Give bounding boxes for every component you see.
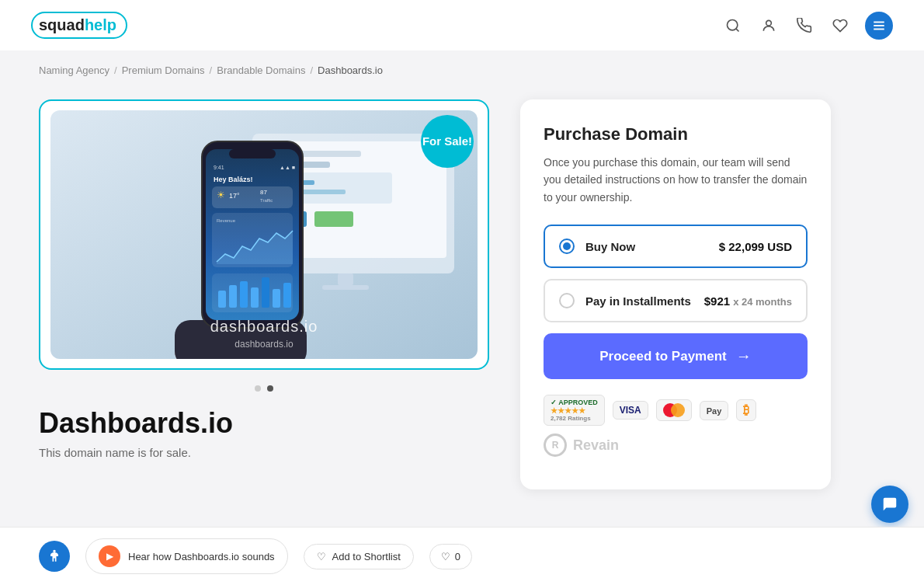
svg-rect-38 [251,287,259,308]
buy-now-option[interactable]: Buy Now $ 22,099 USD [544,225,808,268]
breadcrumb-current: Dashboards.io [318,64,383,76]
buy-now-price: $ 22,099 USD [719,240,792,253]
svg-rect-41 [283,283,291,308]
chat-button[interactable] [871,486,908,523]
mastercard-badge [656,399,692,421]
shortlist-button[interactable]: ♡ Add to Shortlist [304,544,414,569]
account-icon[interactable] [758,15,780,37]
domain-title: Dashboards.io [39,407,489,440]
audio-button[interactable]: ▶ Hear how Dashboards.io sounds [85,538,288,574]
shortlist-heart-icon: ♡ [317,551,326,562]
dot-1[interactable] [255,385,261,392]
svg-text:17°: 17° [229,192,240,200]
svg-point-0 [728,19,738,30]
svg-text:▲▲ ■: ▲▲ ■ [280,165,295,170]
svg-line-1 [736,28,739,31]
accessibility-button[interactable] [39,541,70,572]
svg-rect-22 [229,149,276,158]
visa-badge: VISA [613,401,648,420]
svg-rect-37 [240,281,248,308]
svg-text:Revenue: Revenue [217,218,236,223]
logo-help: help [85,16,116,34]
svg-point-2 [766,20,772,26]
applepay-badge: Pay [700,401,729,420]
for-sale-badge: For Sale! [421,115,474,168]
proceed-button-label: Proceed to Payment [599,349,726,364]
installments-price: $921x 24 months [704,294,792,308]
domain-subtitle: This domain name is for sale. [39,446,489,459]
likes-button[interactable]: ♡ 0 [429,544,472,569]
heart-icon[interactable] [829,15,851,37]
search-icon[interactable] [722,15,744,37]
header: squadhelp [0,0,924,50]
proceed-arrow-icon: → [736,347,752,365]
play-icon: ▶ [99,545,120,567]
svg-text:dashboards.io: dashboards.io [210,318,318,335]
installments-radio [559,293,575,308]
svg-rect-17 [322,285,369,290]
carousel-dots [39,385,489,392]
breadcrumb: Naming Agency / Premium Domains / Branda… [0,50,924,84]
buy-now-radio-inner [563,242,571,250]
audio-label: Hear how Dashboards.io sounds [128,551,275,562]
svg-rect-15 [314,211,353,227]
right-panel: Purchase Domain Once you purchase this d… [520,99,831,489]
logo[interactable]: squadhelp [31,12,127,39]
svg-text:dashboards.io: dashboards.io [234,339,294,350]
svg-text:☀: ☀ [217,190,225,200]
bottom-bar: ▶ Hear how Dashboards.io sounds ♡ Add to… [0,527,924,585]
domain-image-card: For Sale! [39,99,489,370]
left-panel: For Sale! [39,99,489,489]
buy-now-radio [559,239,575,254]
payment-icons: ✓ APPROVED ★★★★★ 2,782 Ratings VISA Pay [544,395,808,426]
revain-area: R Revain [544,434,808,465]
menu-icon[interactable] [865,12,893,40]
verified-badge: ✓ APPROVED ★★★★★ 2,782 Ratings [544,395,605,426]
proceed-to-payment-button[interactable]: Proceed to Payment → [544,333,808,379]
svg-text:Hey Balázs!: Hey Balázs! [214,176,253,183]
svg-rect-16 [338,273,353,285]
svg-rect-36 [229,285,237,308]
purchase-title: Purchase Domain [544,124,808,145]
purchase-description: Once you purchase this domain, our team … [544,154,808,206]
likes-count: 0 [455,551,460,562]
svg-rect-40 [273,289,280,308]
svg-text:9:41: 9:41 [214,165,224,170]
dot-2[interactable] [267,385,273,392]
breadcrumb-premium-domains[interactable]: Premium Domains [122,64,205,76]
installments-option[interactable]: Pay in Installments $921x 24 months [544,279,808,322]
logo-squad: squad [39,16,85,34]
svg-text:Traffic: Traffic [260,198,273,203]
buy-now-label: Buy Now [585,240,708,253]
purchase-card: Purchase Domain Once you purchase this d… [520,99,831,489]
svg-rect-39 [262,277,269,308]
installments-label: Pay in Installments [585,294,693,308]
svg-text:87: 87 [260,189,267,196]
shortlist-label: Add to Shortlist [332,551,401,562]
domain-image: 9:41 ▲▲ ■ Hey Balázs! ☀ 17° 87 Traffic R… [50,110,478,359]
phone-icon[interactable] [794,15,815,37]
svg-rect-35 [218,291,226,308]
breadcrumb-brandable-domains[interactable]: Brandable Domains [217,64,305,76]
revain-watermark: R Revain [544,434,808,457]
svg-point-44 [53,550,55,552]
main-content: For Sale! [0,84,924,521]
heart-outline-icon: ♡ [441,551,450,562]
breadcrumb-naming-agency[interactable]: Naming Agency [39,64,109,76]
bitcoin-badge: ₿ [736,399,756,421]
header-icons [722,12,893,40]
